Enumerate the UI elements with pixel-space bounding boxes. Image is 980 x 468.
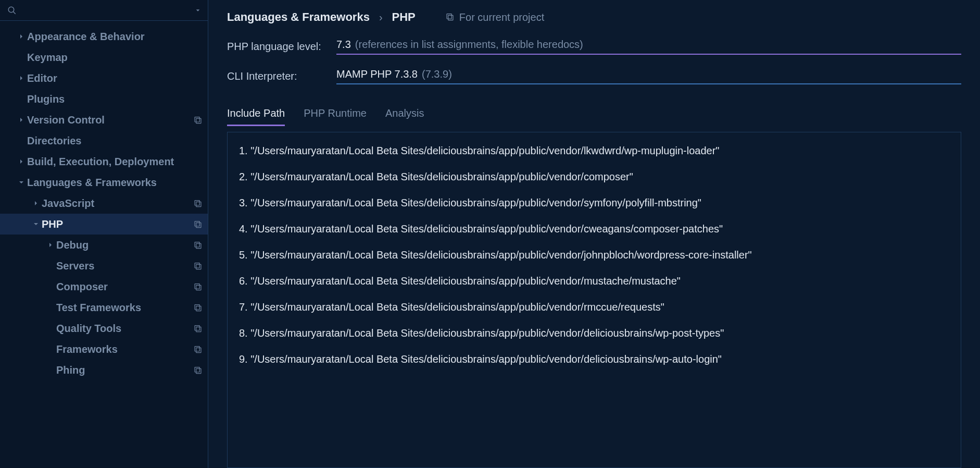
chevron-right-icon[interactable] bbox=[30, 198, 42, 209]
sidebar-search-input[interactable] bbox=[20, 4, 192, 16]
include-path-row[interactable]: 7. "/Users/mauryaratan/Local Beta Sites/… bbox=[239, 298, 949, 316]
cli-interpreter-dropdown[interactable]: MAMP PHP 7.3.8 (7.3.9) bbox=[336, 68, 961, 84]
cli-interpreter-hint: (7.3.9) bbox=[422, 68, 452, 80]
project-scope-icon bbox=[446, 11, 454, 23]
project-scope-icon bbox=[193, 344, 203, 354]
sidebar-item-plugins[interactable]: Plugins bbox=[0, 89, 208, 109]
include-path-row[interactable]: 6. "/Users/mauryaratan/Local Beta Sites/… bbox=[239, 272, 949, 290]
svg-rect-13 bbox=[196, 285, 201, 290]
tab-include-path[interactable]: Include Path bbox=[227, 107, 285, 126]
sidebar-item-label: Directories bbox=[27, 135, 203, 147]
settings-main: Languages & Frameworks › PHP For current… bbox=[208, 0, 980, 468]
sidebar-item-servers[interactable]: Servers bbox=[0, 255, 208, 276]
sidebar-item-label: Quality Tools bbox=[56, 323, 190, 335]
sidebar-item-editor[interactable]: Editor bbox=[0, 68, 208, 89]
svg-rect-21 bbox=[196, 368, 201, 373]
include-path-row[interactable]: 4. "/Users/mauryaratan/Local Beta Sites/… bbox=[239, 220, 949, 238]
sidebar-item-build-execution-deployment[interactable]: Build, Execution, Deployment bbox=[0, 151, 208, 172]
breadcrumb-parent[interactable]: Languages & Frameworks bbox=[227, 10, 370, 24]
svg-rect-6 bbox=[195, 221, 199, 226]
project-scope-icon bbox=[193, 282, 203, 291]
include-path-row[interactable]: 1. "/Users/mauryaratan/Local Beta Sites/… bbox=[239, 142, 949, 159]
chevron-spacer bbox=[45, 260, 56, 272]
sidebar-item-version-control[interactable]: Version Control bbox=[0, 109, 208, 130]
sidebar-item-languages-frameworks[interactable]: Languages & Frameworks bbox=[0, 172, 208, 193]
chevron-down-icon[interactable] bbox=[30, 218, 42, 230]
sidebar-item-label: Languages & Frameworks bbox=[27, 177, 203, 189]
breadcrumb-scope: For current project bbox=[446, 11, 544, 23]
chevron-spacer bbox=[45, 343, 56, 355]
svg-rect-16 bbox=[195, 326, 199, 330]
sidebar-item-label: Composer bbox=[56, 281, 190, 293]
sidebar-item-debug[interactable]: Debug bbox=[0, 235, 208, 255]
search-icon bbox=[7, 6, 17, 15]
svg-rect-15 bbox=[196, 306, 201, 311]
sidebar-item-phing[interactable]: Phing bbox=[0, 360, 208, 380]
project-scope-icon bbox=[193, 115, 203, 125]
chevron-right-icon[interactable] bbox=[16, 31, 27, 42]
sidebar-item-test-frameworks[interactable]: Test Frameworks bbox=[0, 297, 208, 318]
svg-rect-20 bbox=[195, 367, 199, 372]
chevron-right-icon[interactable] bbox=[16, 156, 27, 167]
svg-rect-8 bbox=[195, 242, 199, 247]
tab-php-runtime[interactable]: PHP Runtime bbox=[304, 107, 367, 126]
settings-tree[interactable]: Appearance & BehaviorKeymapEditorPlugins… bbox=[0, 21, 208, 468]
sidebar-search-row bbox=[0, 0, 208, 21]
sidebar-item-label: Servers bbox=[56, 260, 190, 272]
sidebar-item-label: Build, Execution, Deployment bbox=[27, 156, 203, 168]
sidebar-item-php[interactable]: PHP bbox=[0, 214, 208, 235]
chevron-right-icon[interactable] bbox=[45, 239, 56, 251]
sidebar-item-label: Test Frameworks bbox=[56, 302, 190, 314]
sidebar-item-label: Phing bbox=[56, 364, 190, 376]
sidebar-item-javascript[interactable]: JavaScript bbox=[0, 193, 208, 214]
svg-point-0 bbox=[8, 7, 14, 13]
include-path-row[interactable]: 3. "/Users/mauryaratan/Local Beta Sites/… bbox=[239, 194, 949, 212]
sidebar-item-label: Editor bbox=[27, 72, 203, 84]
chevron-spacer bbox=[45, 302, 56, 313]
breadcrumb-scope-label: For current project bbox=[459, 11, 544, 23]
sidebar-item-label: Appearance & Behavior bbox=[27, 31, 203, 43]
include-path-row[interactable]: 5. "/Users/mauryaratan/Local Beta Sites/… bbox=[239, 246, 949, 264]
chevron-spacer bbox=[16, 93, 27, 105]
breadcrumb-separator: › bbox=[379, 11, 383, 23]
svg-rect-19 bbox=[196, 348, 201, 352]
sidebar-item-frameworks[interactable]: Frameworks bbox=[0, 339, 208, 360]
chevron-down-icon[interactable] bbox=[195, 8, 200, 13]
include-path-row[interactable]: 8. "/Users/mauryaratan/Local Beta Sites/… bbox=[239, 324, 949, 342]
sidebar-item-label: Keymap bbox=[27, 52, 203, 64]
php-language-level-hint: (references in list assignments, flexibl… bbox=[355, 39, 583, 51]
cli-interpreter-row: CLI Interpreter: MAMP PHP 7.3.8 (7.3.9) bbox=[227, 68, 961, 84]
sidebar-item-label: Plugins bbox=[27, 93, 203, 105]
svg-line-1 bbox=[13, 11, 16, 14]
php-language-level-dropdown[interactable]: 7.3 (references in list assignments, fle… bbox=[336, 39, 961, 55]
sidebar-item-label: Frameworks bbox=[56, 343, 190, 355]
sidebar-item-quality-tools[interactable]: Quality Tools bbox=[0, 318, 208, 339]
sidebar-item-label: Debug bbox=[56, 239, 190, 251]
sidebar-item-appearance-behavior[interactable]: Appearance & Behavior bbox=[0, 26, 208, 47]
php-language-level-row: PHP language level: 7.3 (references in l… bbox=[227, 39, 961, 55]
sidebar-item-label: PHP bbox=[42, 218, 190, 230]
svg-rect-12 bbox=[195, 284, 199, 289]
chevron-spacer bbox=[45, 323, 56, 334]
include-path-list[interactable]: 1. "/Users/mauryaratan/Local Beta Sites/… bbox=[227, 132, 961, 468]
tab-analysis[interactable]: Analysis bbox=[385, 107, 424, 126]
include-path-row[interactable]: 2. "/Users/mauryaratan/Local Beta Sites/… bbox=[239, 168, 949, 186]
breadcrumb: Languages & Frameworks › PHP For current… bbox=[208, 0, 980, 33]
sidebar-item-keymap[interactable]: Keymap bbox=[0, 47, 208, 68]
chevron-down-icon[interactable] bbox=[16, 177, 27, 188]
cli-interpreter-label: CLI Interpreter: bbox=[227, 70, 336, 82]
svg-rect-5 bbox=[196, 202, 201, 206]
project-scope-icon bbox=[193, 199, 203, 208]
settings-sidebar: Appearance & BehaviorKeymapEditorPlugins… bbox=[0, 0, 208, 468]
cli-interpreter-value: MAMP PHP 7.3.8 bbox=[336, 68, 418, 80]
sidebar-item-directories[interactable]: Directories bbox=[0, 130, 208, 151]
chevron-right-icon[interactable] bbox=[16, 114, 27, 126]
chevron-right-icon[interactable] bbox=[16, 72, 27, 84]
sidebar-item-composer[interactable]: Composer bbox=[0, 276, 208, 297]
project-scope-icon bbox=[193, 324, 203, 333]
project-scope-icon bbox=[193, 240, 203, 250]
include-path-row[interactable]: 9. "/Users/mauryaratan/Local Beta Sites/… bbox=[239, 350, 949, 368]
project-scope-icon bbox=[193, 219, 203, 229]
settings-window: Appearance & BehaviorKeymapEditorPlugins… bbox=[0, 0, 980, 468]
php-language-level-label: PHP language level: bbox=[227, 41, 336, 53]
